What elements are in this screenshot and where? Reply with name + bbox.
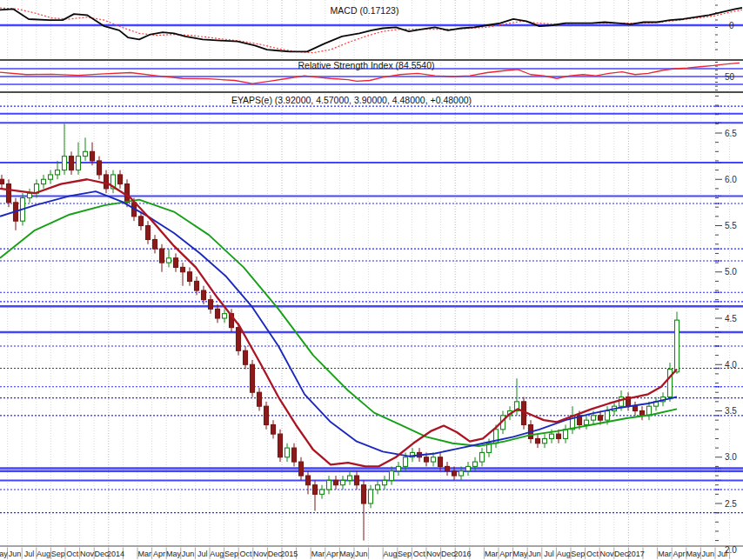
candle-down — [244, 350, 248, 364]
month-label: Jul — [718, 550, 728, 558]
month-label: Jun — [701, 550, 714, 558]
candle-up — [348, 476, 352, 480]
candle-down — [118, 175, 123, 184]
candle-up — [675, 320, 679, 372]
month-label: Oct — [66, 550, 79, 558]
candle-up — [592, 416, 596, 420]
price-axis-label: 4.5 — [725, 314, 737, 323]
candle-down — [299, 462, 304, 476]
rsi-panel-title: Relative Strength Index (84.5540) — [298, 60, 434, 70]
candle-up — [28, 193, 32, 197]
candle-down — [251, 364, 255, 392]
price-axis-label: 5.5 — [725, 221, 737, 230]
ma-slow-green — [0, 200, 677, 446]
month-label: Apr — [499, 550, 512, 558]
candle-down — [362, 485, 366, 503]
candle-up — [404, 457, 408, 467]
month-label: Oct — [413, 550, 426, 558]
month-label: Aug — [383, 550, 397, 558]
month-label: Aug — [37, 550, 50, 558]
month-label: Nov — [253, 550, 268, 558]
candle-down — [313, 485, 318, 495]
month-label: 2016 — [453, 550, 471, 558]
price-panel-title: EYAPS(e) (3.92000, 4.57000, 3.90000, 4.4… — [231, 95, 472, 105]
month-label: Mar — [658, 550, 672, 558]
candle-down — [139, 217, 144, 226]
candle-up — [376, 485, 380, 490]
candle-up — [619, 397, 624, 407]
candle-down — [271, 424, 276, 434]
month-label: Jun — [528, 550, 541, 558]
price-axis-label: 3.5 — [725, 406, 737, 416]
month-label: May — [512, 550, 528, 558]
candle-down — [174, 258, 178, 268]
price-axis-label: 5.0 — [725, 267, 737, 277]
month-label: Sep — [51, 550, 65, 558]
price-axis-label: 2.5 — [725, 499, 737, 509]
candle-up — [320, 490, 325, 494]
candle-up — [543, 438, 547, 443]
chart-window: 6.56.05.55.04.54.03.53.02.52.0050MayJunJ… — [0, 0, 743, 560]
candle-up — [383, 480, 387, 484]
candle-up — [459, 471, 464, 476]
month-label: Nov — [599, 550, 614, 558]
month-label: Aug — [557, 550, 571, 558]
candle-down — [125, 184, 130, 203]
price-axis-label: 4.0 — [725, 360, 737, 370]
candle-up — [285, 448, 290, 457]
month-label: Jun — [355, 550, 368, 558]
month-label: Apr — [153, 550, 165, 558]
candle-down — [292, 448, 297, 462]
month-label: Jul — [544, 550, 554, 558]
candle-down — [216, 309, 220, 318]
month-label: Mar — [138, 550, 152, 558]
candle-down — [90, 151, 95, 161]
candle-down — [104, 175, 109, 189]
month-label: Oct — [586, 550, 599, 558]
price-axis-label: 6.5 — [725, 129, 737, 138]
candle-up — [564, 430, 568, 439]
month-label: Sep — [571, 550, 585, 558]
candle-up — [480, 452, 485, 462]
candle-up — [369, 490, 373, 503]
candle-up — [42, 179, 46, 183]
month-label: Jul — [24, 550, 35, 558]
month-label: Oct — [239, 550, 252, 558]
month-label: May — [0, 550, 8, 558]
candle-down — [202, 290, 206, 300]
month-label: 2017 — [627, 550, 645, 558]
macd-axis-label: 0 — [729, 21, 734, 30]
month-label: Aug — [210, 550, 224, 558]
candle-up — [77, 157, 81, 170]
candle-down — [425, 457, 429, 462]
month-label: May — [686, 550, 702, 558]
candle-down — [355, 476, 359, 485]
month-label: Apr — [673, 550, 685, 558]
candle-up — [63, 157, 67, 170]
candle-up — [432, 457, 436, 462]
candle-up — [668, 370, 673, 397]
month-label: Jun — [9, 550, 22, 558]
candle-down — [70, 157, 74, 170]
rsi-axis-label: 50 — [725, 72, 735, 82]
candle-down — [0, 179, 4, 183]
candle-up — [167, 258, 171, 263]
candle-up — [466, 466, 471, 470]
candle-down — [160, 249, 164, 263]
candle-up — [223, 314, 227, 318]
month-label: Nov — [80, 550, 95, 558]
candle-up — [84, 151, 88, 156]
chart-canvas: 6.56.05.55.04.54.03.53.02.52.0050MayJunJ… — [0, 0, 743, 560]
candle-up — [390, 471, 394, 481]
candle-down — [452, 471, 457, 476]
candle-down — [181, 267, 185, 271]
month-label: May — [166, 550, 182, 558]
candle-down — [258, 392, 262, 406]
candle-up — [327, 480, 331, 490]
candle-down — [209, 300, 213, 310]
candle-down — [195, 281, 199, 290]
candle-down — [445, 466, 450, 470]
month-label: Sep — [224, 550, 238, 558]
month-label: Apr — [326, 550, 338, 558]
candle-down — [153, 239, 157, 249]
